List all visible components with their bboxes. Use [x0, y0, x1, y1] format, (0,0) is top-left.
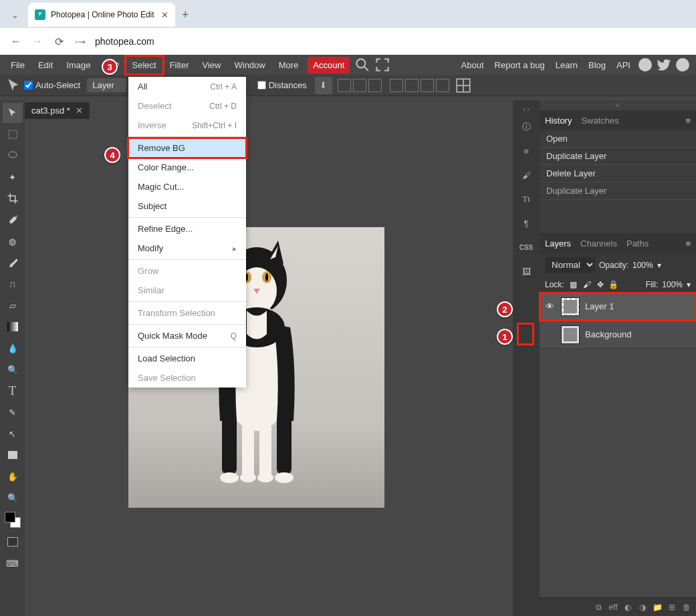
- grid-icon[interactable]: [455, 77, 472, 94]
- link-icon[interactable]: ⧉: [593, 603, 604, 612]
- layer-select[interactable]: Layer: [87, 78, 126, 92]
- menu-item-subject[interactable]: Subject: [128, 196, 246, 216]
- layer-name[interactable]: Background: [585, 329, 631, 339]
- history-item[interactable]: Duplicate Layer: [540, 148, 696, 165]
- history-item[interactable]: Open: [540, 130, 696, 148]
- layer-name[interactable]: Layer 1: [585, 301, 614, 311]
- menu-window[interactable]: Window: [227, 56, 271, 74]
- css-panel-icon[interactable]: CSS: [516, 237, 536, 257]
- history-item[interactable]: Duplicate Layer: [540, 182, 696, 200]
- wand-tool[interactable]: ✦: [3, 167, 23, 187]
- fill-value[interactable]: 100%: [662, 280, 683, 289]
- chevron-down-icon[interactable]: ▾: [657, 261, 661, 270]
- close-icon[interactable]: ✕: [161, 10, 168, 20]
- layer-row[interactable]: Background: [540, 321, 696, 349]
- twitter-icon[interactable]: [656, 57, 672, 73]
- gradient-tool[interactable]: [3, 317, 23, 337]
- mask-icon[interactable]: ◐: [622, 603, 633, 612]
- menu-item-load-selection[interactable]: Load Selection: [128, 349, 246, 368]
- new-tab-button[interactable]: +: [182, 8, 189, 22]
- menu-api[interactable]: API: [611, 56, 636, 74]
- canvas-area[interactable]: [25, 120, 513, 616]
- adjustment-icon[interactable]: ◑: [637, 603, 648, 612]
- forward-button[interactable]: →: [27, 31, 48, 52]
- panel-menu-icon[interactable]: ≡: [685, 239, 691, 249]
- back-button[interactable]: ←: [5, 31, 27, 52]
- info-panel-icon[interactable]: ⓘ: [516, 117, 536, 137]
- distances-checkbox[interactable]: Distances: [257, 80, 307, 90]
- menu-learn[interactable]: Learn: [550, 56, 583, 74]
- marquee-tool[interactable]: [3, 124, 23, 144]
- menu-view[interactable]: View: [196, 56, 228, 74]
- menu-file[interactable]: File: [4, 56, 31, 74]
- character-panel-icon[interactable]: Tt: [516, 189, 536, 209]
- layer-thumbnail[interactable]: [561, 325, 580, 344]
- tab-paths[interactable]: Paths: [626, 239, 649, 249]
- text-tool[interactable]: T: [3, 381, 23, 401]
- brush-tool[interactable]: [3, 253, 23, 273]
- color-swatch[interactable]: [3, 509, 23, 530]
- menu-about[interactable]: About: [456, 56, 489, 74]
- adjustments-panel-icon[interactable]: ≡: [516, 141, 536, 161]
- brush-panel-icon[interactable]: 🖌: [516, 165, 536, 185]
- menu-filter[interactable]: Filter: [163, 56, 196, 74]
- opacity-value[interactable]: 100%: [632, 261, 653, 270]
- move-tool[interactable]: [3, 103, 23, 123]
- fx-label[interactable]: eff: [608, 603, 618, 612]
- menu-report-bug[interactable]: Report a bug: [489, 56, 550, 74]
- auto-select-checkbox[interactable]: Auto-Select: [24, 80, 80, 90]
- menu-item-color-range-[interactable]: Color Range...: [128, 158, 246, 177]
- menu-item-refine-edge-[interactable]: Refine Edge...: [128, 219, 246, 239]
- layer-thumbnail[interactable]: [561, 297, 580, 316]
- menu-blog[interactable]: Blog: [583, 56, 611, 74]
- menu-account[interactable]: Account: [308, 57, 350, 73]
- panel-menu-icon[interactable]: ≡: [685, 116, 691, 126]
- menu-item-magic-cut-[interactable]: Magic Cut...: [128, 177, 246, 196]
- facebook-icon[interactable]: [675, 57, 691, 73]
- blur-tool[interactable]: 💧: [3, 338, 23, 358]
- menu-item-remove-bg[interactable]: Remove BG: [128, 138, 246, 158]
- paragraph-panel-icon[interactable]: ¶: [516, 213, 536, 233]
- dodge-tool[interactable]: 🔍: [3, 359, 23, 379]
- menu-item-modify[interactable]: Modify▸: [128, 239, 246, 258]
- browser-tab[interactable]: ᴾ Photopea | Online Photo Edit ✕: [28, 3, 175, 27]
- menu-more[interactable]: More: [272, 56, 306, 74]
- tab-channels[interactable]: Channels: [580, 239, 617, 249]
- menu-select[interactable]: Select: [126, 56, 163, 74]
- visibility-icon[interactable]: [544, 329, 556, 341]
- lasso-tool[interactable]: [3, 146, 23, 166]
- menu-edit[interactable]: Edit: [31, 56, 60, 74]
- path-tool[interactable]: ↖: [3, 424, 23, 444]
- menu-image[interactable]: Image: [60, 56, 97, 74]
- chevron-down-icon[interactable]: ▾: [687, 280, 691, 289]
- new-layer-icon[interactable]: ⊞: [667, 603, 677, 612]
- keyboard-icon[interactable]: ⌨: [3, 553, 23, 573]
- menu-item-all[interactable]: AllCtrl + A: [128, 77, 246, 96]
- tab-swatches[interactable]: Swatches: [581, 116, 618, 126]
- blend-mode-select[interactable]: Normal: [545, 257, 595, 273]
- lock-icons[interactable]: ▦🖌✥🔒: [568, 279, 619, 290]
- reddit-icon[interactable]: [637, 57, 653, 73]
- fullscreen-icon[interactable]: [374, 56, 391, 73]
- tab-layers[interactable]: Layers: [545, 239, 571, 249]
- folder-icon[interactable]: 📁: [652, 603, 663, 612]
- trash-icon[interactable]: 🗑: [681, 603, 692, 612]
- rect-tool[interactable]: [3, 445, 23, 465]
- quick-mask-toggle[interactable]: [3, 532, 23, 552]
- layer-row[interactable]: 👁 Layer 1: [540, 293, 696, 321]
- visibility-icon[interactable]: 👁: [544, 301, 556, 313]
- history-item[interactable]: Delete Layer: [540, 165, 696, 182]
- crop-tool[interactable]: [3, 188, 23, 208]
- pen-tool[interactable]: ✎: [3, 402, 23, 422]
- tab-history[interactable]: History: [545, 116, 572, 126]
- distribute-icons[interactable]: [390, 79, 449, 92]
- eraser-tool[interactable]: ▱: [3, 295, 23, 315]
- download-icon[interactable]: ⬇: [315, 77, 332, 94]
- eyedropper-tool[interactable]: [3, 210, 23, 230]
- healing-tool[interactable]: ◍: [3, 231, 23, 251]
- stamp-tool[interactable]: ⎍: [3, 274, 23, 294]
- address-input[interactable]: ◦⊸ photopea.com: [72, 31, 691, 52]
- align-icons[interactable]: [338, 79, 382, 92]
- site-info-icon[interactable]: ◦⊸: [72, 33, 88, 49]
- zoom-tool[interactable]: 🔍: [3, 488, 23, 508]
